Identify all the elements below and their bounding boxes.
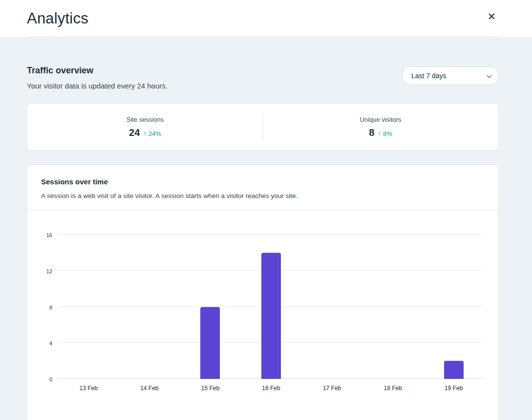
stats-divider — [263, 113, 263, 140]
x-axis-tick-label: 14 Feb — [119, 385, 180, 392]
x-axis-tick-label: 15 Feb — [180, 385, 241, 392]
bar-slot — [423, 210, 484, 379]
trend-up-icon: ↑ — [378, 130, 381, 137]
card-title: Sessions over time — [41, 177, 485, 186]
y-axis-tick-label: 12 — [37, 268, 52, 274]
x-axis-tick-label: 19 Feb — [423, 385, 484, 392]
stats-card: Site sessions 24 ↑ 24% Unique visitors 8… — [27, 103, 499, 151]
bar-slot — [180, 210, 241, 379]
main-content: Traffic overview Your visitor data is up… — [0, 66, 532, 420]
traffic-overview-header: Traffic overview Your visitor data is up… — [27, 66, 499, 90]
bar-slot — [58, 210, 119, 379]
y-axis-tick-label: 0 — [37, 376, 52, 382]
chart-bar[interactable] — [261, 253, 281, 379]
bar-slot — [362, 210, 424, 379]
chart-bar[interactable] — [444, 361, 464, 379]
stat-site-sessions: Site sessions 24 ↑ 24% — [27, 116, 263, 138]
section-subtitle: Your visitor data is updated every 24 ho… — [27, 82, 168, 90]
x-axis-tick-label: 18 Feb — [362, 385, 424, 392]
stat-value: 8 — [369, 127, 374, 138]
chart-x-axis: 13 Feb14 Feb15 Feb16 Feb17 Feb18 Feb19 F… — [58, 385, 484, 392]
chart-plot: 0481216 — [58, 210, 484, 379]
stat-trend: ↑ 24% — [143, 130, 161, 137]
y-axis-tick-label: 16 — [37, 232, 52, 238]
bar-slot — [119, 210, 180, 379]
sessions-card-header: Sessions over time A session is a web vi… — [27, 165, 498, 210]
bar-slot — [241, 210, 302, 379]
x-axis-tick-label: 17 Feb — [301, 385, 362, 392]
x-axis-tick-label: 13 Feb — [58, 385, 119, 392]
chevron-down-icon — [487, 72, 492, 78]
card-description: A session is a web visit of a site visit… — [41, 192, 485, 199]
trend-up-icon: ↑ — [143, 130, 147, 137]
bar-slot — [301, 210, 362, 379]
y-axis-tick-label: 4 — [37, 340, 52, 346]
stat-trend: ↑ 8% — [378, 130, 392, 137]
stat-label: Unique visitors — [263, 116, 498, 123]
date-range-dropdown[interactable]: Last 7 days — [402, 66, 499, 85]
sessions-over-time-card: Sessions over time A session is a web vi… — [27, 164, 499, 420]
y-axis-tick-label: 8 — [37, 305, 52, 310]
traffic-overview-text: Traffic overview Your visitor data is up… — [27, 66, 168, 90]
page-title: Analytics — [27, 10, 88, 27]
trend-percent: 24% — [149, 130, 161, 137]
chart-bars — [58, 210, 484, 379]
stat-unique-visitors: Unique visitors 8 ↑ 8% — [263, 116, 498, 138]
chart-bar[interactable] — [200, 307, 220, 379]
stat-value: 24 — [129, 127, 140, 138]
panel-header: Analytics ✕ — [0, 0, 532, 37]
trend-percent: 8% — [383, 130, 392, 137]
x-axis-tick-label: 16 Feb — [241, 385, 302, 392]
date-range-value: Last 7 days — [411, 72, 447, 80]
sessions-bar-chart: 0481216 13 Feb14 Feb15 Feb16 Feb17 Feb18… — [58, 210, 484, 392]
close-button[interactable]: ✕ — [484, 8, 499, 24]
close-icon: ✕ — [487, 11, 496, 22]
stat-label: Site sessions — [27, 116, 263, 123]
section-title: Traffic overview — [27, 66, 168, 76]
